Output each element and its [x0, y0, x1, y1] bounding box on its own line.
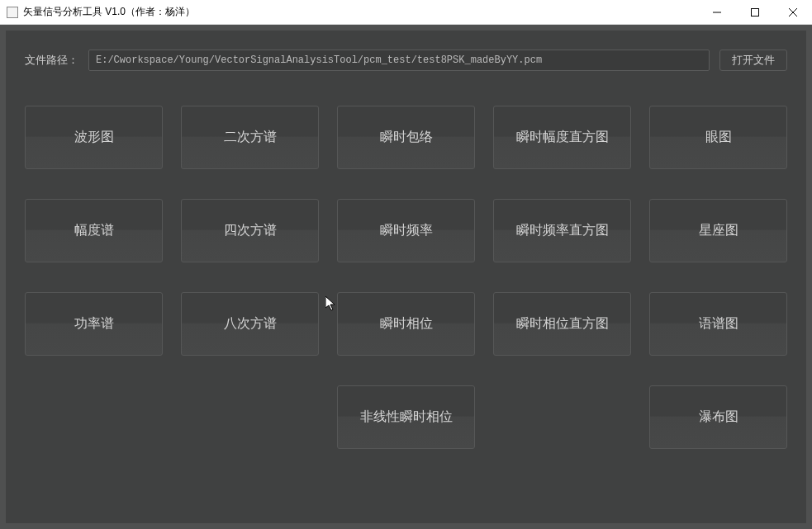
square-spectrum-button[interactable]: 二次方谱: [181, 106, 319, 169]
instant-phase-button[interactable]: 瞬时相位: [337, 292, 475, 356]
instant-frequency-hist-button[interactable]: 瞬时频率直方图: [493, 199, 631, 262]
main-background: 文件路径： 打开文件 波形图 二次方谱 瞬时包络 瞬时幅度直方图 眼图 幅度谱 …: [0, 25, 812, 529]
file-path-label: 文件路径：: [25, 53, 78, 68]
instant-frequency-button[interactable]: 瞬时频率: [337, 199, 475, 262]
instant-envelope-button[interactable]: 瞬时包络: [337, 106, 475, 169]
power-spectrum-button[interactable]: 功率谱: [25, 292, 163, 356]
eye-diagram-button[interactable]: 眼图: [649, 106, 787, 169]
maximize-button[interactable]: [736, 0, 774, 24]
open-file-button[interactable]: 打开文件: [719, 50, 787, 71]
constellation-button[interactable]: 星座图: [649, 199, 787, 262]
window-controls: [698, 0, 812, 24]
file-path-input[interactable]: [88, 50, 710, 71]
close-button[interactable]: [774, 0, 812, 24]
file-path-row: 文件路径： 打开文件: [25, 50, 787, 71]
eighth-power-spectrum-button[interactable]: 八次方谱: [181, 292, 319, 356]
minimize-button[interactable]: [698, 0, 736, 24]
waveform-button[interactable]: 波形图: [25, 106, 163, 169]
nonlinear-instant-phase-button[interactable]: 非线性瞬时相位: [337, 385, 475, 449]
app-icon: [7, 7, 18, 18]
spectrogram-button[interactable]: 语谱图: [649, 292, 787, 356]
titlebar: 矢量信号分析工具 V1.0（作者：杨洋）: [0, 0, 812, 25]
instant-amplitude-hist-button[interactable]: 瞬时幅度直方图: [493, 106, 631, 169]
analysis-button-grid: 波形图 二次方谱 瞬时包络 瞬时幅度直方图 眼图 幅度谱 四次方谱 瞬时频率 瞬…: [25, 106, 787, 449]
instant-phase-hist-button[interactable]: 瞬时相位直方图: [493, 292, 631, 356]
fourth-power-spectrum-button[interactable]: 四次方谱: [181, 199, 319, 262]
amplitude-spectrum-button[interactable]: 幅度谱: [25, 199, 163, 262]
window-title: 矢量信号分析工具 V1.0（作者：杨洋）: [23, 5, 195, 19]
svg-rect-1: [752, 8, 759, 16]
waterfall-button[interactable]: 瀑布图: [649, 385, 787, 449]
content-panel: 文件路径： 打开文件 波形图 二次方谱 瞬时包络 瞬时幅度直方图 眼图 幅度谱 …: [6, 31, 806, 523]
